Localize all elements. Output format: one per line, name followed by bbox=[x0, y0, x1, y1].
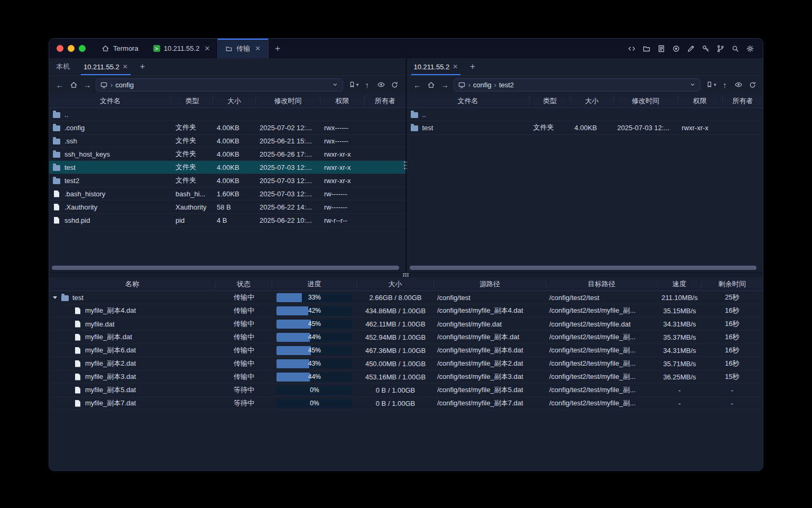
show-hidden-eye-icon[interactable] bbox=[732, 78, 745, 91]
upload-icon[interactable]: ↑ bbox=[361, 78, 374, 91]
column-header-progress[interactable]: 进度 bbox=[272, 280, 357, 288]
column-header-type[interactable]: 类型 bbox=[530, 96, 571, 105]
file-row[interactable]: .config 文件夹 4.00KB 2025-07-02 12:... rwx… bbox=[49, 121, 405, 134]
forward-icon[interactable]: → bbox=[439, 78, 451, 91]
upload-icon[interactable]: ↑ bbox=[718, 78, 731, 91]
zoom-window-button[interactable] bbox=[79, 45, 86, 52]
file-size: 4.00KB bbox=[213, 177, 256, 185]
transfer-row[interactable]: myfile_副本2.dat 传输中 43% 450.00MB / 1.00GB… bbox=[49, 357, 763, 370]
tab-local[interactable]: 本机 bbox=[49, 58, 77, 75]
transfer-splitter[interactable] bbox=[49, 272, 763, 277]
file-row[interactable]: test2 文件夹 4.00KB 2025-07-03 12:... rwxr-… bbox=[49, 174, 405, 187]
folder-icon[interactable] bbox=[640, 42, 653, 55]
refresh-icon[interactable] bbox=[746, 78, 759, 91]
file-row[interactable]: test 文件夹 4.00KB 2025-07-03 12:... rwxr-x… bbox=[49, 161, 405, 174]
breadcrumb-segment[interactable]: config bbox=[115, 81, 134, 89]
new-panel-tab-button[interactable]: + bbox=[135, 58, 150, 75]
breadcrumb-segment[interactable]: config bbox=[473, 81, 492, 89]
show-hidden-eye-icon[interactable] bbox=[375, 78, 387, 91]
file-row[interactable]: .Xauthority Xauthority 58 B 2025-06-22 1… bbox=[49, 201, 405, 214]
column-header-size[interactable]: 大小 bbox=[571, 96, 614, 105]
tab-transfer[interactable]: 传输 ✕ bbox=[217, 39, 269, 58]
close-tab-icon[interactable]: ✕ bbox=[204, 44, 210, 52]
transfer-row[interactable]: myfile_副本7.dat 等待中 0% 0 B / 1.00GB /conf… bbox=[49, 397, 763, 410]
column-header-name[interactable]: 文件名 bbox=[407, 96, 530, 105]
transfer-speed: 34.31MB/s bbox=[658, 320, 702, 328]
file-row[interactable]: .bash_history bash_hi... 1.60KB 2025-07-… bbox=[49, 187, 405, 201]
column-header-owner[interactable]: 所有者 bbox=[723, 96, 763, 105]
column-header-source[interactable]: 源路径 bbox=[434, 280, 546, 288]
code-icon[interactable] bbox=[625, 42, 638, 55]
file-row[interactable]: ssh_host_keys 文件夹 4.00KB 2025-06-26 17:.… bbox=[49, 148, 405, 161]
file-row[interactable]: .. bbox=[407, 108, 763, 121]
column-header-target[interactable]: 目标路径 bbox=[546, 280, 658, 288]
expand-chevron-icon[interactable] bbox=[52, 295, 58, 300]
back-icon[interactable]: ← bbox=[53, 78, 66, 91]
left-horizontal-scrollbar[interactable] bbox=[52, 266, 403, 270]
scrollbar-thumb[interactable] bbox=[52, 266, 399, 270]
column-header-name[interactable]: 名称 bbox=[49, 280, 216, 288]
home-icon[interactable] bbox=[425, 78, 438, 91]
tab-remote-right[interactable]: 10.211.55.2 ✕ bbox=[407, 58, 465, 75]
file-type: 文件夹 bbox=[172, 176, 213, 185]
column-header-eta[interactable]: 剩余时间 bbox=[702, 280, 763, 288]
column-header-perm[interactable]: 权限 bbox=[320, 96, 365, 105]
file-row[interactable]: sshd.pid pid 4 B 2025-06-22 10:... rw-r-… bbox=[49, 214, 405, 227]
column-header-size[interactable]: 大小 bbox=[357, 280, 434, 288]
breadcrumb-segment[interactable]: test2 bbox=[499, 81, 514, 89]
transfer-row[interactable]: myfile_副本.dat 传输中 44% 452.94MB / 1.00GB … bbox=[49, 331, 763, 344]
progress-percent: 44% bbox=[276, 333, 353, 342]
column-header-size[interactable]: 大小 bbox=[213, 96, 256, 105]
transfer-row[interactable]: myfile.dat 传输中 45% 462.11MB / 1.00GB /co… bbox=[49, 318, 763, 331]
bookmark-icon[interactable]: ▾ bbox=[705, 78, 717, 91]
column-header-speed[interactable]: 速度 bbox=[658, 280, 702, 288]
right-horizontal-scrollbar[interactable] bbox=[410, 266, 761, 270]
column-header-owner[interactable]: 所有者 bbox=[365, 96, 405, 105]
record-icon[interactable] bbox=[670, 42, 682, 55]
scrollbar-thumb[interactable] bbox=[410, 266, 757, 270]
left-breadcrumb[interactable]: › config bbox=[96, 78, 343, 92]
forward-icon[interactable]: → bbox=[81, 78, 94, 91]
tab-ssh-session[interactable]: > 10.211.55.2 ✕ bbox=[146, 39, 218, 58]
file-row[interactable]: test 文件夹 4.00KB 2025-07-03 12:... rwxr-x… bbox=[407, 121, 763, 134]
settings-gear-icon[interactable] bbox=[744, 42, 756, 55]
refresh-icon[interactable] bbox=[389, 78, 401, 91]
new-tab-button[interactable]: + bbox=[269, 39, 287, 58]
chevron-down-icon[interactable] bbox=[689, 81, 696, 88]
close-tab-icon[interactable]: ✕ bbox=[123, 63, 128, 70]
transfer-row[interactable]: myfile_副本5.dat 等待中 0% 0 B / 1.00GB /conf… bbox=[49, 384, 763, 397]
transfer-row[interactable]: myfile_副本4.dat 传输中 42% 434.86MB / 1.00GB… bbox=[49, 304, 763, 318]
close-tab-icon[interactable]: ✕ bbox=[453, 63, 458, 70]
column-header-status[interactable]: 状态 bbox=[216, 280, 272, 288]
splitter-grip-icon[interactable] bbox=[403, 273, 409, 277]
file-row[interactable]: .ssh 文件夹 4.00KB 2025-06-21 15:... rwx---… bbox=[49, 134, 405, 148]
back-icon[interactable]: ← bbox=[411, 78, 424, 91]
minimize-window-button[interactable] bbox=[68, 45, 75, 52]
transfer-row[interactable]: test 传输中 33% 2.66GB / 8.00GB /config/tes… bbox=[49, 291, 763, 304]
key-icon[interactable] bbox=[699, 42, 712, 55]
log-icon[interactable] bbox=[655, 42, 668, 55]
column-header-mtime[interactable]: 修改时间 bbox=[614, 96, 678, 105]
tab-termora-home[interactable]: Termora bbox=[94, 39, 146, 58]
file-name: .. bbox=[64, 111, 68, 119]
file-row[interactable]: .. bbox=[49, 108, 405, 121]
right-breadcrumb[interactable]: › config › test2 bbox=[454, 78, 701, 92]
column-header-perm[interactable]: 权限 bbox=[678, 96, 723, 105]
bookmark-icon[interactable]: ▾ bbox=[347, 78, 360, 91]
close-window-button[interactable] bbox=[57, 45, 63, 52]
search-icon[interactable] bbox=[729, 42, 742, 55]
source-path: /config/test/myfile_副本6.dat bbox=[434, 346, 546, 355]
transfer-row[interactable]: myfile_副本6.dat 传输中 45% 467.36MB / 1.00GB… bbox=[49, 344, 763, 357]
column-header-mtime[interactable]: 修改时间 bbox=[256, 96, 320, 105]
edit-icon[interactable] bbox=[685, 42, 697, 55]
column-header-type[interactable]: 类型 bbox=[172, 96, 213, 105]
home-icon[interactable] bbox=[67, 78, 80, 91]
source-path: /config/test/myfile_副本4.dat bbox=[434, 306, 546, 315]
chevron-down-icon[interactable] bbox=[331, 81, 339, 88]
new-panel-tab-button[interactable]: + bbox=[465, 58, 480, 75]
transfer-row[interactable]: myfile_副本3.dat 传输中 44% 453.16MB / 1.00GB… bbox=[49, 370, 763, 384]
tab-remote-left[interactable]: 10.211.55.2 ✕ bbox=[77, 58, 135, 75]
branch-icon[interactable] bbox=[714, 42, 727, 55]
close-tab-icon[interactable]: ✕ bbox=[255, 44, 261, 52]
column-header-name[interactable]: 文件名 bbox=[49, 96, 172, 105]
